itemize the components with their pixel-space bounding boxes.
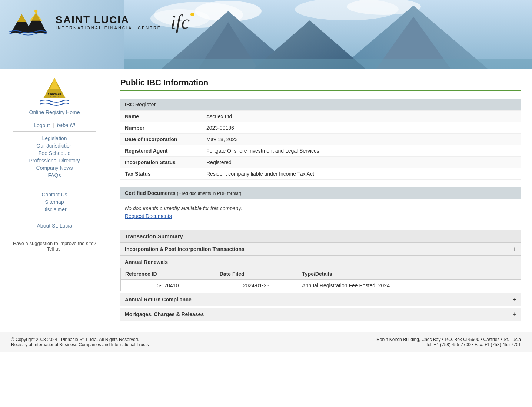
sidebar-divider-1 [13,119,96,119]
footer-address: Robin Kelton Building, Choc Bay • P.O. B… [376,337,521,342]
username-display: baba NI [57,122,75,128]
page-title: Public IBC Information [120,78,521,87]
row-ref-id: 5-170410 [121,280,215,291]
certified-docs-body: No documents currently available for thi… [120,204,521,223]
inc-post-row[interactable]: Incorporation & Post Incorporation Trans… [120,242,521,256]
footer-left: © Copyright 2008-2024 - Pinnacle St. Luc… [11,337,149,347]
sun-dot-icon [190,13,194,16]
org-name-line1: SAINT LUCIA [56,14,161,26]
mortgages-row[interactable]: Mortgages, Charges & Releases + [120,308,521,321]
field-value-number: 2023-00186 [202,122,521,134]
sidebar-suggestion-text: Have a suggestion to improve the site? T… [6,241,103,252]
field-value-agent: Fortgate Offshore Investment and Legal S… [202,145,521,157]
mortgages-label: Mortgages, Charges & Releases [125,311,204,317]
annual-renewals-header: Annual Renewals [120,256,521,268]
footer-tel: Tel: +1 (758) 455-7700 • Fax: +1 (758) 4… [376,342,521,347]
sidebar: PINNACLE ST. LUCIA Online Registry Home … [0,69,109,332]
nav-section-secondary: Contact Us Sitemap Disclaimer [6,191,103,213]
main-container: PINNACLE ST. LUCIA Online Registry Home … [0,69,532,332]
nav-company-news[interactable]: Company News [6,164,103,172]
ifc-logo-text: ifc [170,13,190,32]
title-underline [120,90,521,91]
field-label-name: Name [120,111,202,122]
row-type-details: Annual Registration Fee Posted: 2024 [297,280,521,291]
svg-marker-15 [30,13,42,20]
table-row: Name Ascuex Ltd. [120,111,521,122]
table-header-row: Reference ID Date Filed Type/Details [121,268,521,280]
nav-contact[interactable]: Contact Us [6,191,103,198]
annual-return-label: Annual Return Compliance [125,297,192,302]
pipe-separator: | [53,122,54,128]
field-label-doi: Date of Incorporation [120,134,202,145]
site-footer: © Copyright 2008-2024 - Pinnacle St. Luc… [0,332,532,352]
slifc-logo-icon [7,7,52,37]
col-ref-id: Reference ID [121,268,215,280]
svg-marker-14 [17,14,27,22]
ibc-register-table: IBC Register Name Ascuex Ltd. Number 202… [120,99,521,180]
site-header: SAINT LUCIA INTERNATIONAL FINANCIAL CENT… [0,0,532,69]
table-row: Date of Incorporation May 18, 2023 [120,134,521,145]
svg-marker-18 [50,78,59,89]
pinnacle-logo: PINNACLE ST. LUCIA [36,76,73,107]
nav-professional-directory[interactable]: Professional Directory [6,157,103,164]
table-row: Registered Agent Fortgate Offshore Inves… [120,145,521,157]
table-row: Number 2023-00186 [120,122,521,134]
site-logo: SAINT LUCIA INTERNATIONAL FINANCIAL CENT… [7,7,194,37]
online-registry-link[interactable]: Online Registry Home [6,109,103,116]
sidebar-divider-2 [13,131,96,132]
svg-rect-11 [124,59,532,69]
certified-docs-sub: (Filed documents in PDF format) [177,191,241,196]
field-label-agent: Registered Agent [120,145,202,157]
field-label-inc-status: Incorporation Status [120,157,202,168]
table-row: Tax Status Resident company liable under… [120,168,521,180]
annual-renewals-table: Reference ID Date Filed Type/Details 5-1… [120,268,521,291]
field-value-name: Ascuex Ltd. [202,111,521,122]
nav-about[interactable]: About St. Lucia [6,222,103,229]
nav-disclaimer[interactable]: Disclaimer [6,206,103,213]
mortgages-expand-icon: + [513,311,516,318]
svg-point-16 [34,10,38,13]
org-name-line2: INTERNATIONAL FINANCIAL CENTRE [56,26,161,30]
nav-faqs[interactable]: FAQs [6,172,103,179]
content-area: Public IBC Information IBC Register Name… [109,69,532,332]
logout-area: Logout | baba NI [6,122,103,128]
transaction-summary-title: Transaction Summary [120,230,521,242]
footer-right: Robin Kelton Building, Choc Bay • P.O. B… [376,337,521,347]
request-docs-link[interactable]: Request Documents [125,213,172,219]
footer-copyright: © Copyright 2008-2024 - Pinnacle St. Luc… [11,337,149,342]
nav-section-main: Legislation Our Jurisdiction Fee Schedul… [6,135,103,179]
ibc-register-header: IBC Register [120,99,521,111]
nav-sitemap[interactable]: Sitemap [6,198,103,206]
nav-fee-schedule[interactable]: Fee Schedule [6,149,103,157]
table-row: 5-170410 2024-01-23 Annual Registration … [121,280,521,291]
field-label-number: Number [120,122,202,134]
annual-return-row[interactable]: Annual Return Compliance + [120,293,521,306]
field-label-tax: Tax Status [120,168,202,180]
footer-registry: Registry of International Business Compa… [11,342,149,347]
field-value-inc-status: Registered [202,157,521,168]
nav-jurisdiction[interactable]: Our Jurisdiction [6,142,103,149]
inc-post-expand-icon: + [513,246,516,252]
col-type-details: Type/Details [297,268,521,280]
nav-legislation[interactable]: Legislation [6,135,103,142]
certified-docs-header: Certified Documents (Filed documents in … [120,187,521,199]
transaction-summary-section: Transaction Summary Incorporation & Post… [120,230,521,321]
svg-text:ST. LUCIA: ST. LUCIA [50,96,59,98]
certified-docs-section: Certified Documents (Filed documents in … [120,187,521,223]
svg-text:PINNACLE: PINNACLE [48,92,61,95]
inc-post-label: Incorporation & Post Incorporation Trans… [125,246,245,252]
no-docs-text: No documents currently available for thi… [125,205,516,211]
table-row: Incorporation Status Registered [120,157,521,168]
annual-return-expand-icon: + [513,296,516,303]
field-value-doi: May 18, 2023 [202,134,521,145]
row-date-filed: 2024-01-23 [215,280,297,291]
col-date-filed: Date Filed [215,268,297,280]
logout-link[interactable]: Logout [34,122,50,128]
field-value-tax: Resident company liable under Income Tax… [202,168,521,180]
